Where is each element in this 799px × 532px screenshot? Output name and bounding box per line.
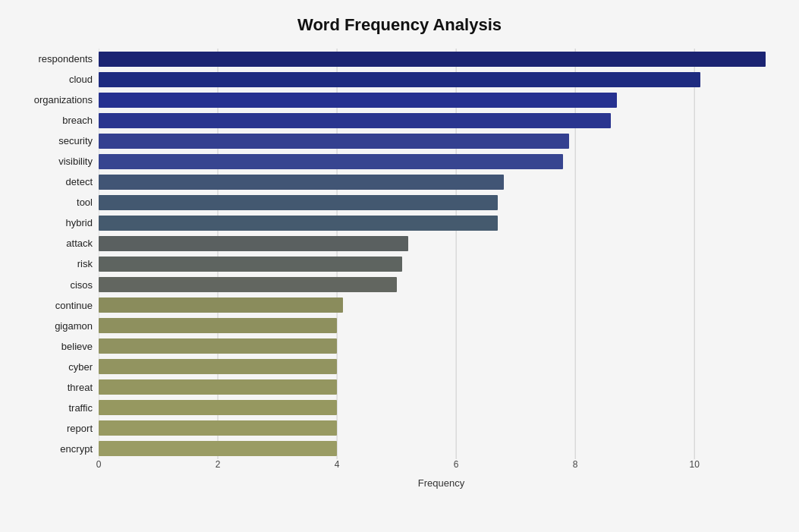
y-label: respondents [15, 54, 93, 64]
bar [99, 420, 337, 436]
y-label: report [15, 423, 93, 433]
bar [99, 379, 337, 395]
bar-row [99, 70, 784, 90]
bar-row [99, 254, 784, 274]
y-label: tool [15, 197, 93, 207]
y-label: breach [15, 115, 93, 125]
bar-row [99, 131, 784, 151]
y-label: traffic [15, 403, 93, 413]
bar [99, 72, 700, 87]
bar-row [99, 152, 784, 172]
x-tick-label: 8 [573, 459, 578, 470]
y-label: risk [15, 259, 93, 269]
bar-row [99, 193, 784, 212]
bar [99, 134, 569, 149]
bar-row [99, 213, 784, 233]
y-label: believe [15, 342, 93, 351]
bar-row [99, 316, 784, 335]
x-tick-label: 6 [454, 459, 459, 470]
bar [99, 195, 498, 210]
bar [99, 175, 504, 190]
bar-row [99, 398, 784, 417]
plot-area [99, 49, 784, 459]
bar [99, 257, 402, 272]
bar-row [99, 234, 784, 253]
bar [99, 154, 563, 169]
bar-row [99, 111, 784, 131]
y-label: threat [15, 382, 93, 392]
bar [99, 113, 611, 128]
bar [99, 93, 617, 108]
bar [99, 297, 343, 313]
bar [99, 277, 397, 292]
bar-row [99, 275, 784, 294]
chart-container: Word Frequency Analysis respondentscloud… [0, 0, 799, 532]
y-label: cisos [15, 280, 93, 290]
bar-row [99, 90, 784, 110]
y-label: detect [15, 177, 93, 187]
y-label: attack [15, 238, 93, 248]
bar [99, 318, 337, 333]
bar [99, 400, 337, 415]
y-label: security [15, 136, 93, 146]
x-tick-area: 0246810 [99, 459, 784, 474]
y-label: organizations [15, 95, 93, 105]
bar [99, 216, 498, 231]
bar [99, 52, 766, 67]
bar-row [99, 377, 784, 397]
x-tick-label: 0 [96, 459, 102, 470]
bar [99, 359, 337, 374]
bar-row [99, 357, 784, 376]
x-tick-label: 10 [690, 459, 700, 470]
bar [99, 338, 337, 354]
bar-row [99, 172, 784, 192]
bar-row [99, 418, 784, 438]
bar [99, 236, 408, 251]
chart-title: Word Frequency Analysis [15, 15, 784, 35]
x-axis-label: Frequency [99, 477, 784, 489]
y-label: encrypt [15, 444, 93, 454]
bars-container [99, 49, 784, 459]
y-label: cloud [15, 74, 93, 84]
y-label: cyber [15, 362, 93, 372]
y-axis-labels: respondentscloudorganizationsbreachsecur… [15, 49, 99, 459]
x-tick-label: 4 [335, 459, 340, 470]
bar-row [99, 439, 784, 458]
y-label: continue [15, 301, 93, 310]
x-axis: 0246810 Frequency [99, 459, 784, 489]
x-tick-label: 2 [215, 459, 221, 470]
bar-row [99, 336, 784, 356]
y-label: hybrid [15, 218, 93, 228]
y-label: gigamon [15, 321, 93, 331]
bar [99, 441, 337, 456]
bar-row [99, 49, 784, 69]
bar-row [99, 295, 784, 315]
y-label: visibility [15, 156, 93, 166]
